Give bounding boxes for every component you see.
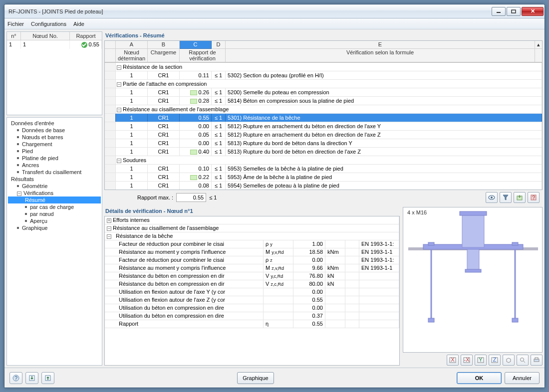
details-row: Utilisation du béton en compression en d… [105,304,399,312]
details-row: Utilisation en flexion autour de l'axe Z… [105,296,399,304]
col-ratio: Rapport [70,32,102,40]
svg-point-27 [521,358,524,362]
svg-text:Y: Y [479,357,483,363]
close-button[interactable]: ✕ [522,7,544,16]
export-icon[interactable] [514,192,526,203]
tree-overview[interactable]: Aperçu [8,217,101,224]
tree-geom[interactable]: Géométrie [8,183,101,190]
svg-rect-9 [462,213,484,247]
svg-rect-29 [534,359,539,362]
maximize-button[interactable] [507,7,521,16]
tree-results[interactable]: Résultats [8,176,101,183]
verifications-grid[interactable]: A B C D E ▴ Nœud déterminan Chargeme Rap… [104,40,543,190]
menu-file[interactable]: Fichier [7,21,24,27]
table-row[interactable]: 1CR1 0.28≤ 15814) Béton en compression s… [105,97,542,105]
tree-nodes[interactable]: Nœuds et barres [8,134,101,141]
svg-text:?: ? [14,375,17,381]
eye-icon[interactable] [486,192,498,203]
details-group[interactable]: − Résistance de la bêche [105,232,399,240]
svg-rect-30 [535,358,538,359]
svg-point-3 [491,196,493,198]
table-row[interactable]: 1CR10.11≤ 15302) Section du poteau (prof… [105,71,542,80]
help-icon[interactable]: ? [528,192,540,203]
dialog-window: RF-JOINTS - [JOINTS Pied de poteau] ✕ Fi… [4,4,545,388]
details-row: Résistance au moment y compris l'influen… [105,264,399,272]
titlebar[interactable]: RF-JOINTS - [JOINTS Pied de poteau] ✕ [4,4,545,18]
tree-shear[interactable]: Transfert du cisaillement [8,169,101,176]
svg-rect-12 [465,269,481,272]
menu-help[interactable]: Aide [73,21,84,27]
menubar: Fichier Configurations Aide [4,18,545,29]
graph-button[interactable]: Graphique [237,372,274,384]
svg-rect-0 [497,12,501,13]
svg-rect-11 [467,249,479,270]
table-row[interactable]: 1CR1 0.40≤ 15813) Rupture du bord de bét… [105,148,542,156]
group-row[interactable]: −Soudures [105,156,542,165]
table-row[interactable]: 1CR10.05≤ 15812) Rupture en arrachement … [105,131,542,139]
ok-button[interactable]: OK [457,372,502,384]
svg-line-28 [524,361,525,363]
node-ratio-table[interactable]: n° Nœud No. Rapport 1 1 0.55 [6,31,102,115]
view-y-icon[interactable]: Y [475,355,487,366]
details-group[interactable]: −Résistance au cisaillement de l'assembl… [105,224,399,232]
table-row[interactable]: 1CR1 0.22≤ 15953) Âme de la bêche à la p… [105,173,542,182]
col-n: n° [7,32,21,40]
tree-bynode[interactable]: par nœud [8,210,101,217]
table-row[interactable]: 1CR1 0.26≤ 15200) Semelle du poteau en c… [105,88,542,97]
view-zoom-icon[interactable] [517,355,529,366]
tree-bycase[interactable]: par cas de charge [8,203,101,210]
group-row[interactable]: −Résistance au cisaillement de l'assembl… [105,105,542,114]
import-button[interactable] [25,372,38,384]
tree-verif[interactable]: −Vérifications [8,190,101,196]
verifications-title: Vérifications - Résumé [104,31,543,40]
tree-base[interactable]: Données de base [8,127,101,134]
cancel-button[interactable]: Annuler [505,372,540,384]
tree-resume[interactable]: Résumé [8,196,101,203]
tree-input[interactable]: Données d'entrée [8,120,101,127]
minimize-button[interactable] [492,7,506,16]
preview-canvas[interactable]: 4 x M16 [403,207,543,353]
view-x-icon[interactable]: X [447,355,459,366]
view-iso-icon[interactable] [503,355,515,366]
group-row[interactable]: −Partie de l'attache en compression [105,80,542,88]
ratio-max-input[interactable] [176,193,206,202]
details-row: Facteur de réduction pour combiner le ci… [105,240,399,248]
details-grid[interactable]: +Efforts internes−Résistance au cisaille… [104,216,400,366]
table-row[interactable]: 1CR10.00≤ 15812) Rupture en arrachement … [105,122,542,131]
table-row[interactable]: 1CR10.10≤ 15953) Semelles de la bêche à … [105,165,542,173]
svg-text:Z: Z [493,357,497,363]
table-row[interactable]: 1CR10.08≤ 15954) Semelles de poteau à la… [105,182,542,190]
svg-text:X: X [451,357,455,363]
check-icon [81,42,87,48]
svg-rect-15 [428,318,434,322]
svg-rect-18 [512,242,518,245]
svg-rect-16 [512,318,518,322]
tree-foot[interactable]: Pied [8,148,101,155]
tree-graph[interactable]: Graphique [8,224,101,231]
view-print-icon[interactable] [531,355,543,366]
tree-plate[interactable]: Platine de pied [8,155,101,162]
col-node: Nœud No. [21,32,70,40]
tree-anchors[interactable]: Ancres [8,162,101,169]
view-z-icon[interactable]: Z [489,355,501,366]
view-neg-x-icon[interactable]: -X [461,355,473,366]
collapse-icon[interactable]: − [17,192,21,196]
table-row[interactable]: 1CR10.00≤ 15813) Rupture du bord de béto… [105,139,542,148]
details-row: Résistance du béton en compression en di… [105,280,399,288]
window-title: RF-JOINTS - [JOINTS Pied de poteau] [8,8,491,14]
menu-config[interactable]: Configurations [31,21,66,27]
table-row[interactable]: 1CR10.55≤ 15301) Résistance de la bêche [105,114,542,122]
navigation-tree[interactable]: Données d'entrée Données de base Nœuds e… [6,117,102,366]
table-row[interactable]: 1 1 0.55 [7,40,102,49]
details-row: Résistance du béton en compression en di… [105,272,399,280]
filter-icon[interactable] [500,192,512,203]
group-row[interactable]: −Résistance de la section [105,63,542,71]
export-button[interactable] [41,372,54,384]
details-group[interactable]: +Efforts internes [105,216,399,224]
svg-rect-1 [512,10,516,13]
svg-rect-17 [428,242,434,245]
help-button[interactable]: ? [9,372,22,384]
scroll-up-icon[interactable]: ▴ [535,41,542,49]
details-row: Rapportη0.55 [105,320,399,328]
tree-load[interactable]: Chargement [8,141,101,148]
